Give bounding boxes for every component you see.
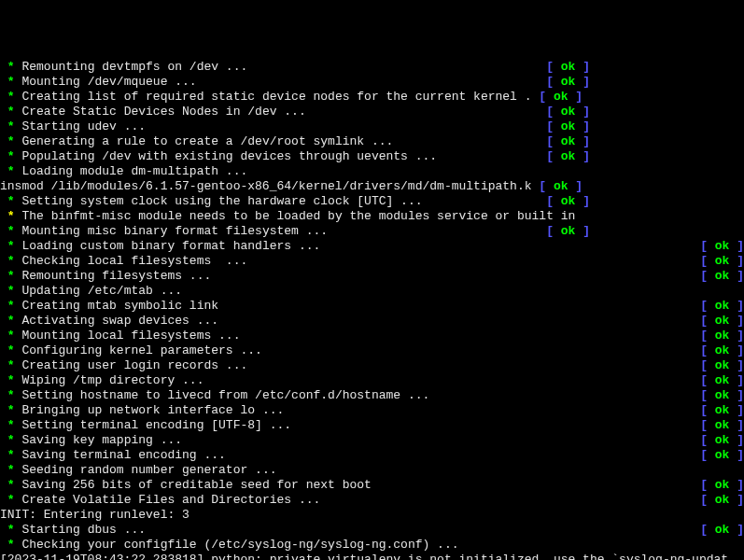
status-bracket-close: ] — [575, 119, 590, 133]
status-bracket-close: ] — [575, 75, 590, 89]
boot-line: * Mounting misc binary format filesystem… — [0, 224, 744, 239]
bullet-star: * — [7, 254, 15, 268]
boot-message: Saving key mapping ... — [21, 433, 182, 447]
status-ok: ok — [715, 329, 730, 343]
status-bracket-close: ] — [575, 224, 590, 238]
status-bracket-close: ] — [729, 523, 744, 537]
bullet-star: * — [7, 493, 15, 507]
status-bracket-open: [ — [546, 149, 561, 163]
boot-message: Mounting /dev/mqueue ... — [21, 75, 196, 89]
status-bracket-open: [ — [546, 75, 561, 89]
boot-message: Loading module dm-multipath ... — [21, 164, 247, 178]
boot-line: * Loading custom binary format handlers … — [0, 239, 744, 254]
boot-message: Starting udev ... — [21, 119, 146, 133]
status-bracket-open: [ — [700, 329, 715, 343]
boot-line: * Saving key mapping ...[ ok ] — [0, 433, 744, 448]
boot-message: Checking local filesystems ... — [21, 254, 247, 268]
bullet-star: * — [7, 224, 15, 238]
bullet-star: * — [7, 343, 15, 357]
status-bracket-close: ] — [575, 194, 590, 208]
boot-message: Configuring kernel parameters ... — [21, 343, 261, 357]
boot-line: * Updating /etc/mtab ... — [0, 284, 744, 299]
bullet-star: * — [7, 314, 15, 328]
status-ok: ok — [561, 75, 576, 89]
status-ok: ok — [715, 418, 730, 432]
bullet-star: * — [7, 538, 15, 552]
bullet-star: * — [7, 433, 15, 447]
boot-message: Activating swap devices ... — [21, 314, 218, 328]
boot-line: * Setting terminal encoding [UTF-8] ...[… — [0, 418, 744, 433]
bullet-star: * — [7, 448, 15, 462]
bullet-star: * — [7, 119, 15, 133]
status-bracket-open: [ — [546, 60, 561, 74]
boot-message: Seeding random number generator ... — [21, 463, 276, 477]
boot-line: * Seeding random number generator ... — [0, 463, 744, 478]
boot-line: * Setting hostname to livecd from /etc/c… — [0, 388, 744, 403]
status-bracket-close: ] — [575, 105, 590, 119]
bullet-star: * — [7, 523, 15, 537]
status-ok: ok — [715, 433, 730, 447]
status-bracket-close: ] — [575, 149, 590, 163]
boot-line: * Starting dbus ...[ ok ] — [0, 523, 744, 538]
boot-line: * The binfmt-misc module needs to be loa… — [0, 209, 744, 224]
boot-message: Mounting local filesystems ... — [21, 329, 240, 343]
status-bracket-open: [ — [546, 105, 561, 119]
terminal-output: * Remounting devtmpfs on /dev ... [ ok ]… — [0, 60, 744, 560]
boot-line: * Starting udev ... [ ok ] — [0, 119, 744, 134]
status-bracket-close: ] — [569, 179, 583, 193]
boot-line: * Wiping /tmp directory ...[ ok ] — [0, 373, 744, 388]
boot-line: * Checking local filesystems ...[ ok ] — [0, 254, 744, 269]
bullet-star: * — [7, 299, 15, 313]
status-ok: ok — [715, 388, 730, 402]
boot-message: Remounting filesystems ... — [21, 269, 211, 283]
status-bracket-open: [ — [546, 119, 561, 133]
status-bracket-close: ] — [729, 239, 744, 253]
boot-message: Checking your configfile (/etc/syslog-ng… — [21, 538, 458, 552]
bullet-star: * — [7, 90, 15, 104]
status-bracket-open: [ — [546, 194, 561, 208]
status-ok: ok — [554, 179, 569, 193]
status-bracket-close: ] — [569, 90, 583, 104]
boot-line: insmod /lib/modules/6.1.57-gentoo-x86_64… — [0, 179, 744, 194]
boot-message: Creating user login records ... — [21, 358, 247, 372]
bullet-star: * — [7, 209, 15, 223]
status-ok: ok — [715, 269, 730, 283]
status-bracket-close: ] — [729, 388, 744, 402]
status-bracket-open: [ — [700, 358, 715, 372]
status-bracket-close: ] — [729, 418, 744, 432]
status-bracket-open: [ — [700, 239, 715, 253]
boot-line: * Setting system clock using the hardwar… — [0, 194, 744, 209]
boot-message: Setting terminal encoding [UTF-8] ... — [21, 418, 291, 432]
status-bracket-open: [ — [546, 134, 561, 148]
boot-line: * Generating a rule to create a /dev/roo… — [0, 134, 744, 149]
bullet-star: * — [7, 403, 15, 417]
status-bracket-open: [ — [539, 179, 554, 193]
boot-message: Creating list of required static device … — [21, 90, 531, 104]
status-ok: ok — [715, 448, 730, 462]
status-ok: ok — [715, 373, 730, 387]
status-ok: ok — [715, 358, 730, 372]
bullet-star: * — [7, 149, 15, 163]
boot-message: Saving 256 bits of creditable seed for n… — [21, 478, 371, 492]
boot-line: * Creating mtab symbolic link[ ok ] — [0, 299, 744, 314]
status-bracket-open: [ — [700, 254, 715, 268]
bullet-star: * — [7, 60, 15, 74]
boot-line: * Checking your configfile (/etc/syslog-… — [0, 538, 744, 553]
boot-message: Setting hostname to livecd from /etc/con… — [21, 388, 429, 402]
boot-message: Updating /etc/mtab ... — [21, 284, 182, 298]
boot-line: [2023-11-19T08:43:22.283818] python: pri… — [0, 553, 744, 560]
status-bracket-close: ] — [575, 60, 590, 74]
status-ok: ok — [715, 478, 730, 492]
boot-line: * Remounting filesystems ...[ ok ] — [0, 269, 744, 284]
status-ok: ok — [561, 119, 576, 133]
boot-line: * Populating /dev with existing devices … — [0, 149, 744, 164]
status-bracket-close: ] — [575, 134, 590, 148]
boot-message: Saving terminal encoding ... — [21, 448, 225, 462]
status-ok: ok — [715, 403, 730, 417]
boot-message: Remounting devtmpfs on /dev ... — [21, 60, 247, 74]
status-bracket-close: ] — [729, 254, 744, 268]
status-ok: ok — [715, 254, 730, 268]
status-ok: ok — [715, 523, 730, 537]
boot-line: * Create Static Devices Nodes in /dev ..… — [0, 105, 744, 119]
status-ok: ok — [561, 105, 576, 119]
